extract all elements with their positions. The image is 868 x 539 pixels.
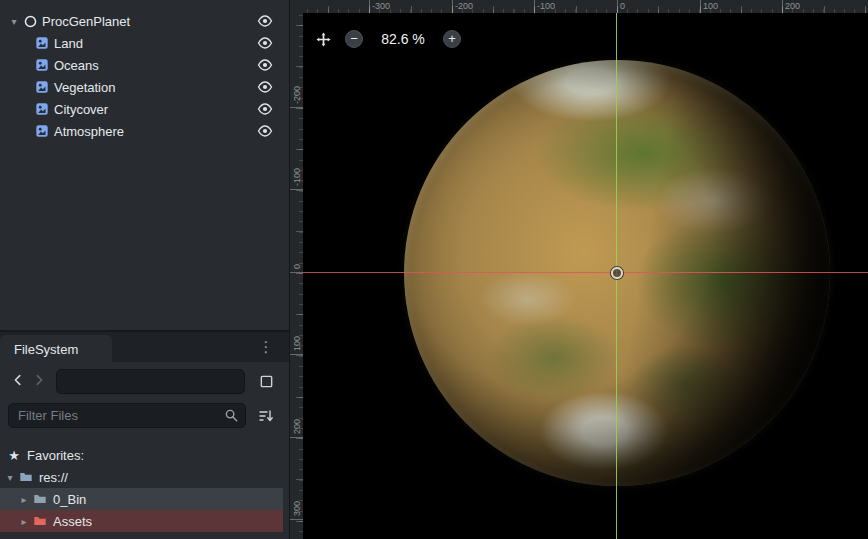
sprite2d-icon bbox=[34, 101, 50, 117]
visibility-eye-icon[interactable] bbox=[256, 35, 273, 52]
sprite2d-icon bbox=[34, 57, 50, 73]
folder-icon bbox=[32, 491, 48, 507]
node-label: Vegetation bbox=[54, 80, 115, 95]
scene-tree-panel: ▾ ProcGenPlanet Land bbox=[0, 0, 289, 331]
file-sort-icon[interactable] bbox=[256, 406, 276, 426]
ruler-label: 0 bbox=[292, 264, 302, 269]
scene-node-row[interactable]: Citycover bbox=[0, 98, 289, 120]
favorites-header: ★ Favorites: bbox=[0, 444, 283, 466]
history-back-icon[interactable] bbox=[8, 370, 28, 390]
toggle-split-mode-icon[interactable] bbox=[255, 370, 277, 392]
filesystem-panel: ★ Favorites: ▾ res:// ▸ 0_Bin ▸ bbox=[0, 362, 289, 539]
ruler-label: -100 bbox=[537, 1, 555, 11]
scene-node-row[interactable]: Land bbox=[0, 32, 289, 54]
zoom-controls: − 82.6 % + bbox=[315, 30, 461, 48]
folder-icon bbox=[32, 513, 48, 529]
history-forward-icon[interactable] bbox=[29, 370, 49, 390]
x-axis-line bbox=[303, 272, 868, 273]
zoom-percentage[interactable]: 82.6 % bbox=[377, 31, 429, 47]
ruler-label: -200 bbox=[455, 1, 473, 11]
zoom-in-button[interactable]: + bbox=[443, 30, 461, 48]
node-label: Land bbox=[54, 36, 83, 51]
ruler-label: 200 bbox=[292, 419, 302, 434]
sprite2d-icon bbox=[34, 79, 50, 95]
filter-files-input[interactable] bbox=[8, 403, 246, 428]
node-circle-icon bbox=[22, 13, 38, 29]
ruler-label: -200 bbox=[292, 86, 302, 104]
vertical-ruler[interactable]: -200 -100 0 100 200 300 bbox=[290, 13, 303, 539]
file-tree-row[interactable]: ▾ res:// bbox=[0, 466, 283, 488]
visibility-eye-icon[interactable] bbox=[256, 57, 273, 74]
dock-menu-icon[interactable]: ⋮ bbox=[257, 337, 275, 357]
tab-filesystem[interactable]: FileSystem bbox=[0, 335, 112, 363]
collapse-arrow-icon[interactable]: ▾ bbox=[2, 472, 18, 483]
file-tree-label: res:// bbox=[39, 470, 68, 485]
ruler-label: 100 bbox=[703, 1, 718, 11]
node-position-gizmo[interactable] bbox=[611, 267, 623, 279]
ruler-label: 200 bbox=[785, 1, 800, 11]
file-tree-label: 0_Bin bbox=[53, 492, 86, 507]
ruler-label: 100 bbox=[292, 336, 302, 351]
node-label: Atmosphere bbox=[54, 124, 124, 139]
scene-node-row[interactable]: Atmosphere bbox=[0, 120, 289, 142]
node-label: Citycover bbox=[54, 102, 108, 117]
canvas-2d[interactable]: − 82.6 % + bbox=[303, 13, 868, 539]
node-label: ProcGenPlanet bbox=[42, 14, 130, 29]
folder-icon bbox=[18, 469, 34, 485]
ruler-label: -300 bbox=[372, 1, 390, 11]
zoom-out-button[interactable]: − bbox=[345, 30, 363, 48]
viewport-2d: -300 -200 -100 0 100 200 -200 -100 0 100… bbox=[290, 0, 868, 539]
horizontal-ruler[interactable]: -300 -200 -100 0 100 200 bbox=[303, 0, 868, 13]
left-dock: ▾ ProcGenPlanet Land bbox=[0, 0, 290, 539]
visibility-eye-icon[interactable] bbox=[256, 13, 273, 30]
collapse-arrow-icon[interactable]: ▸ bbox=[16, 516, 32, 527]
star-icon: ★ bbox=[6, 448, 22, 463]
ruler-label: 300 bbox=[292, 501, 302, 516]
ruler-label: 0 bbox=[620, 1, 625, 11]
collapse-arrow-icon[interactable]: ▾ bbox=[6, 16, 22, 27]
file-tree-row[interactable]: ▸ 0_Bin bbox=[0, 488, 283, 510]
scene-node-row[interactable]: Vegetation bbox=[0, 76, 289, 98]
visibility-eye-icon[interactable] bbox=[256, 123, 273, 140]
file-tree-label: Assets bbox=[53, 514, 92, 529]
godot-editor: ▾ ProcGenPlanet Land bbox=[0, 0, 868, 539]
sprite2d-icon bbox=[34, 123, 50, 139]
file-tree-row[interactable]: ▸ Assets bbox=[0, 510, 283, 532]
scene-node-row[interactable]: ▾ ProcGenPlanet bbox=[0, 10, 289, 32]
scene-node-row[interactable]: Oceans bbox=[0, 54, 289, 76]
filesystem-tabbar: FileSystem ⋮ bbox=[0, 331, 289, 362]
path-input[interactable] bbox=[56, 369, 245, 394]
pan-move-icon[interactable] bbox=[315, 31, 331, 47]
favorites-label: Favorites: bbox=[27, 448, 84, 463]
ruler-label: -100 bbox=[292, 168, 302, 186]
visibility-eye-icon[interactable] bbox=[256, 79, 273, 96]
sprite2d-icon bbox=[34, 35, 50, 51]
node-label: Oceans bbox=[54, 58, 99, 73]
tab-label: FileSystem bbox=[14, 342, 78, 357]
search-icon bbox=[224, 408, 240, 424]
visibility-eye-icon[interactable] bbox=[256, 101, 273, 118]
file-tree-row[interactable]: ▸ bbox=[0, 532, 283, 539]
collapse-arrow-icon[interactable]: ▸ bbox=[16, 494, 32, 505]
folder-icon bbox=[32, 535, 48, 539]
ruler-corner bbox=[290, 0, 303, 13]
